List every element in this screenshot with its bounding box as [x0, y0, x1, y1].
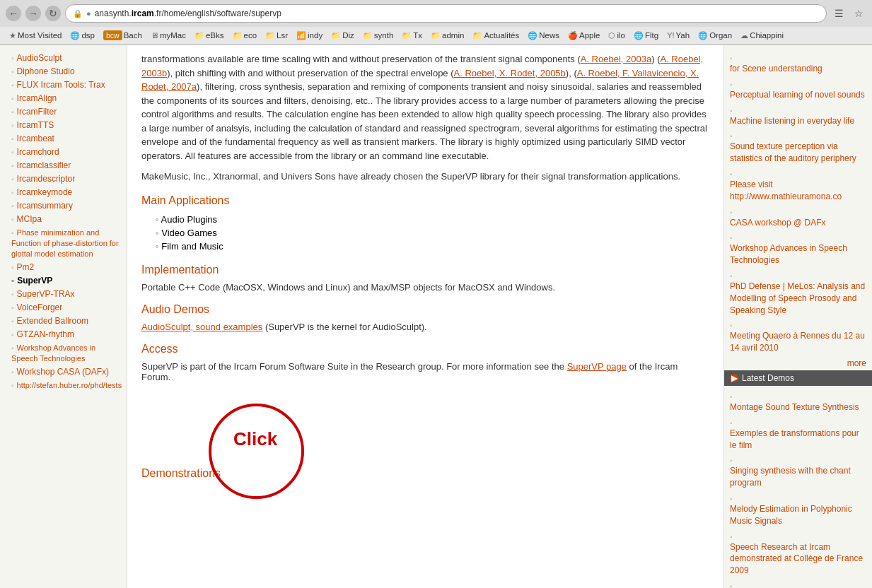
forward-button[interactable]: →: [25, 6, 41, 21]
sidebar-item-stefan[interactable]: ◦http://stefan.huber.ro/phd/tests: [0, 378, 127, 392]
access-heading: Access: [141, 343, 709, 355]
news-item-phd: ◦PhD Defense | MeLos: Analysis and Model…: [724, 269, 872, 318]
bookmark-yah[interactable]: Y! Yah: [663, 30, 693, 41]
demo-link-melody[interactable]: Melody Estimation in Polyphonic Music Si…: [730, 503, 866, 527]
news-link-workshop-speech[interactable]: Workshop Advances in Speech Technologies: [730, 242, 866, 266]
bookmark-tx[interactable]: 📁 Tx: [398, 30, 426, 42]
main-content: transformations available are time scali…: [127, 45, 723, 588]
ref-link-4[interactable]: A. Roebel, F. Vallavicencio, X. Rodet, 2…: [141, 68, 699, 93]
globe-icon: 🌐: [634, 31, 644, 40]
bookmark-chiappini[interactable]: ☁ Chiappini: [737, 30, 787, 42]
news-link-machine[interactable]: Machine listening in everyday life: [730, 115, 866, 127]
bookmarks-icon[interactable]: ☰: [831, 6, 847, 21]
bookmark-news[interactable]: 🌐 News: [524, 30, 563, 42]
back-button[interactable]: ←: [6, 6, 21, 21]
sidebar-item-workshop-casa[interactable]: ◦Workshop CASA (DAFx): [0, 365, 127, 378]
sidebar-item-ircamalign[interactable]: ◦IrcamAlign: [0, 91, 127, 105]
folder-icon: 📁: [472, 31, 482, 40]
demo-link-singing[interactable]: Singing synthesis with the chant program: [730, 465, 866, 489]
sidebar-item-ircambeat[interactable]: ◦Ircambeat: [0, 131, 127, 145]
sidebar-item-ircamsummary[interactable]: ◦Ircamsummary: [0, 199, 127, 212]
bullet-icon: ◦: [11, 216, 14, 223]
sidebar-item-voiceforger[interactable]: ◦VoiceForger: [0, 300, 127, 314]
click-label: Click: [233, 428, 277, 450]
refresh-button[interactable]: ↻: [45, 6, 61, 21]
browser-chrome: ← → ↻ 🔒 ● anasynth.ircam.fr/home/english…: [0, 0, 872, 45]
bookmark-eco[interactable]: 📁 eco: [229, 30, 261, 42]
colored-label: bcw: [103, 30, 122, 40]
sidebar-item-supervp[interactable]: ◦SuperVP: [0, 274, 127, 287]
bookmark-diz[interactable]: 📁 Diz: [327, 30, 358, 42]
sidebar-item-supervptrax[interactable]: ◦SuperVP-TRAx: [0, 287, 127, 300]
sidebar-item-flux[interactable]: ◦FLUX Ircam Tools: Trax: [0, 78, 127, 91]
sidebar-item-ircamkeymode[interactable]: ◦Ircamkeymode: [0, 185, 127, 199]
news-link-mathieu[interactable]: Please visit http://www.mathieuramona.co: [730, 179, 866, 203]
news-link-casa[interactable]: CASA workshop @ DAFx: [730, 217, 866, 229]
bullet-icon: ◦: [11, 317, 14, 325]
ref-link-1[interactable]: A. Roebel, 2003a: [581, 54, 651, 64]
bookmark-indy[interactable]: 📶 indy: [293, 30, 326, 42]
bookmark-lsr[interactable]: 📁 Lsr: [262, 30, 291, 42]
bookmark-mymac[interactable]: 🖥 myMac: [147, 30, 190, 41]
bookmark-organ[interactable]: 🌐 Organ: [694, 30, 736, 42]
news-item-workshop-speech: ◦Workshop Advances in Speech Technologie…: [724, 230, 872, 269]
sidebar-item-extended-ballroom[interactable]: ◦Extended Ballroom: [0, 314, 127, 327]
bookmark-synth[interactable]: 📁 synth: [359, 30, 397, 42]
bookmark-bach[interactable]: bcw Bach: [100, 29, 146, 42]
demo-link-speech[interactable]: Speech Research at Ircam demonstrated at…: [730, 541, 866, 577]
demo-item-montage: ◦Montage Sound Texture Synthesis: [724, 389, 872, 416]
sidebar-item-ircamtts[interactable]: ◦IrcamTTS: [0, 118, 127, 131]
bookmark-admin[interactable]: 📁 admin: [427, 30, 467, 42]
more-link[interactable]: more: [724, 356, 872, 370]
left-sidebar: ◦AudioSculpt ◦Diphone Studio ◦FLUX Ircam…: [0, 45, 127, 588]
sidebar-item-mcipa[interactable]: ◦MCIpa: [0, 212, 127, 225]
sidebar-item-pm2[interactable]: ◦Pm2: [0, 260, 127, 274]
sidebar-item-workshop-speech[interactable]: ◦Workshop Advances in Speech Technologie…: [0, 341, 127, 365]
demo-item-speech: ◦Speech Research at Ircam demonstrated a…: [724, 529, 872, 579]
address-bar[interactable]: 🔒 ● anasynth.ircam.fr/home/english/softw…: [65, 4, 827, 23]
sidebar-item-audiosculpt[interactable]: ◦AudioSculpt: [0, 51, 127, 64]
news-link-meeting[interactable]: Meeting Quaero à Rennes du 12 au 14 avri…: [730, 330, 866, 354]
bookmark-actualites[interactable]: 📁 Actualités: [469, 30, 523, 42]
news-item-perceptual: ◦Perceptual learning of novel sounds: [724, 77, 872, 103]
bullet-icon: ◦: [11, 175, 14, 183]
news-link-phd[interactable]: PhD Defense | MeLos: Analysis and Modell…: [730, 281, 866, 316]
bullet-icon: ◦: [11, 382, 14, 389]
ref-link-3[interactable]: A. Roebel, X. Rodet, 2005b: [454, 68, 566, 78]
demonstrations-heading: Demonstrations: [141, 467, 709, 480]
bookmark-ilo[interactable]: ⬡ ilo: [605, 30, 629, 42]
news-link-perceptual[interactable]: Perceptual learning of novel sounds: [730, 89, 866, 101]
audiosculpt-link[interactable]: AudioSculpt, sound examples: [141, 322, 262, 332]
sidebar-item-ircamdescriptor[interactable]: ◦Ircamdescriptor: [0, 172, 127, 185]
sidebar-item-diphone[interactable]: ◦Diphone Studio: [0, 64, 127, 78]
news-link-sound-texture[interactable]: Sound texture perception via statistics …: [730, 141, 866, 165]
bullet-icon: ◦: [11, 290, 14, 298]
sidebar-item-ircamclassifier[interactable]: ◦Ircamclassifier: [0, 158, 127, 172]
bookmark-ebks[interactable]: 📁 eBks: [191, 30, 228, 42]
news-item-mathieu: ◦Please visit http://www.mathieuramona.c…: [724, 167, 872, 205]
bookmark-fltg[interactable]: 🌐 Fltg: [630, 30, 662, 42]
bullet-icon: ◦: [11, 122, 14, 129]
bullet-icon: ◦: [11, 368, 14, 376]
bookmark-dsp[interactable]: 🌐 dsp: [66, 30, 98, 42]
folder-icon: 📁: [194, 31, 204, 40]
demo-link-montage[interactable]: Montage Sound Texture Synthesis: [730, 401, 866, 413]
sidebar-item-phase[interactable]: ◦Phase minimization and Function of phas…: [0, 225, 127, 260]
intro-paragraph: transformations available are time scali…: [141, 52, 709, 163]
star-icon[interactable]: ☆: [851, 6, 866, 21]
security-icon: 🔒: [73, 9, 83, 18]
news-link-scene[interactable]: for Scene understanding: [730, 63, 866, 75]
demo-link-exemples[interactable]: Exemples de transformations pour le film: [730, 428, 866, 452]
sidebar-item-ircamchord[interactable]: ◦Ircamchord: [0, 145, 127, 158]
sidebar-item-gtzan[interactable]: ◦GTZAN-rhythm: [0, 327, 127, 341]
sidebar-item-ircamfilter[interactable]: ◦IrcamFilter: [0, 105, 127, 118]
supervp-page-link[interactable]: SuperVP page: [567, 361, 627, 372]
bookmark-most-visited[interactable]: ★ Most Visited: [6, 30, 65, 42]
app-item-audio: Audio Plugins: [156, 213, 709, 226]
bullet-icon: ◦: [11, 95, 14, 102]
folder-icon: 📁: [431, 31, 441, 40]
bookmarks-bar: ★ Most Visited 🌐 dsp bcw Bach 🖥 myMac 📁 …: [0, 27, 872, 45]
star-icon: ★: [9, 31, 16, 40]
bookmark-apple[interactable]: 🍎 Apple: [564, 30, 603, 42]
bullet-icon: ◦: [11, 276, 14, 286]
